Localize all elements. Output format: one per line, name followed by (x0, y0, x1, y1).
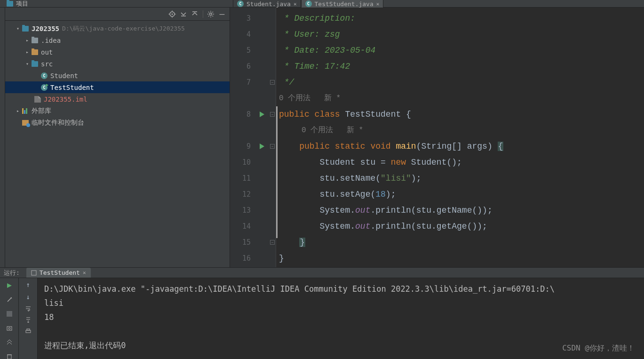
tree-label: src (39, 60, 53, 68)
line-number-gutter[interactable]: 3 4 5 6 7 8 9 10 11 12 13 14 15 16 (230, 8, 255, 267)
watermark: CSDN @你好，渣哇！ (562, 343, 635, 353)
scroll-button[interactable] (25, 317, 32, 323)
close-icon[interactable]: ✕ (294, 1, 297, 7)
tab-student[interactable]: C Student.java ✕ (233, 0, 301, 8)
console-line: 进程已结束,退出代码0 (44, 338, 637, 352)
fold-end-icon[interactable] (270, 240, 275, 245)
svg-rect-24 (26, 330, 31, 333)
editor[interactable]: 3 4 5 6 7 8 9 10 11 12 13 14 15 16 (230, 8, 644, 267)
run-tab[interactable]: TestStudent ✕ (26, 268, 91, 278)
dump-button[interactable] (5, 323, 14, 333)
line-number (230, 122, 255, 138)
tree-label: 外部库 (30, 107, 51, 115)
code-area[interactable]: * Description: * User: zsg * Date: 2023-… (276, 8, 644, 267)
code-text: * Time: 17:42 (279, 62, 350, 71)
class-icon: C (237, 0, 244, 7)
tab-teststudent[interactable]: C TestStudent.java ✕ (301, 0, 384, 8)
print-button[interactable] (25, 328, 32, 335)
line-number: 8 (230, 106, 255, 122)
line-number: 10 (230, 154, 255, 170)
class-icon: C (305, 0, 312, 7)
line-number: 4 (230, 26, 255, 42)
close-icon[interactable]: ✕ (83, 270, 86, 276)
project-tree[interactable]: ▾ J202355 D:\码云\java-code-exercise\J2023… (5, 21, 230, 267)
tree-path: D:\码云\java-code-exercise\J202355 (59, 24, 185, 33)
line-number: 13 (230, 202, 255, 218)
chevron-right-icon[interactable]: ▸ (24, 38, 31, 43)
folder-icon (22, 26, 29, 32)
down-button[interactable]: ↓ (26, 293, 30, 301)
line-number: 14 (230, 218, 255, 234)
chevron-right-icon[interactable]: ▸ (24, 49, 31, 55)
close-icon[interactable]: ✕ (376, 1, 380, 7)
svg-point-1 (172, 13, 173, 15)
chevron-down-icon[interactable]: ▾ (15, 26, 21, 31)
iml-icon (34, 96, 41, 103)
line-number: 7 (230, 74, 255, 90)
settings-button[interactable] (5, 295, 14, 304)
console-output[interactable]: D:\JDK\bin\java.exe "-javaagent:D:\IDEA\… (38, 278, 644, 359)
svg-rect-19 (7, 311, 12, 317)
tree-iml[interactable]: J202355.iml (5, 93, 230, 105)
line-number (230, 90, 255, 106)
code-text: * Date: 2023-05-04 (279, 46, 375, 55)
stop-button[interactable] (5, 309, 14, 319)
chevron-right-icon[interactable]: ▸ (15, 108, 21, 113)
up-button[interactable]: ↑ (26, 281, 30, 288)
divider (200, 8, 205, 20)
trash-button[interactable] (5, 351, 14, 359)
wrap-button[interactable] (25, 305, 32, 312)
run-toolbar-left (0, 278, 19, 359)
folder-icon (32, 61, 38, 67)
tree-label: 临时文件和控制台 (30, 119, 84, 127)
tab-label: TestStudent.java (315, 0, 374, 8)
left-gutter-bar[interactable] (0, 8, 5, 267)
layout-button[interactable] (5, 337, 14, 347)
run-class-icon[interactable] (260, 112, 264, 117)
line-number: 16 (230, 250, 255, 266)
chevron-down-icon[interactable]: ▾ (24, 61, 31, 66)
scratch-icon (22, 120, 29, 126)
line-number: 5 (230, 42, 255, 58)
expand-icon[interactable] (189, 8, 200, 20)
run-toolwindow: 运行: TestStudent ✕ ↑ ↓ D:\JDK\bin\java.ex… (0, 267, 644, 359)
tree-out[interactable]: ▸ out (5, 46, 230, 58)
library-icon (22, 108, 29, 114)
tree-scratch[interactable]: 临时文件和控制台 (5, 117, 230, 128)
run-config-icon (31, 270, 37, 276)
run-method-icon[interactable] (260, 144, 264, 149)
class-icon: C (41, 72, 48, 79)
rerun-button[interactable] (5, 281, 14, 290)
console-line: D:\JDK\bin\java.exe "-javaagent:D:\IDEA\… (44, 282, 637, 296)
svg-rect-20 (7, 327, 12, 330)
fold-start-icon[interactable] (270, 112, 275, 117)
tree-class-teststudent[interactable]: C TestStudent (5, 81, 230, 93)
tree-libs[interactable]: ▸ 外部库 (5, 105, 230, 117)
folder-icon (32, 38, 38, 43)
fold-end-icon[interactable] (270, 80, 275, 85)
svg-rect-17 (32, 271, 36, 275)
svg-rect-22 (8, 355, 11, 359)
inlay-hint[interactable]: 0 个用法 新 * (279, 122, 644, 138)
tree-label: J202355.iml (42, 96, 87, 103)
tree-class-student[interactable]: C Student (5, 70, 230, 81)
run-tab-label: TestStudent (40, 269, 80, 276)
tree-root[interactable]: ▾ J202355 D:\码云\java-code-exercise\J2023… (5, 23, 230, 34)
fold-gutter[interactable] (269, 8, 276, 267)
svg-line-15 (208, 16, 209, 16)
code-text: * User: zsg (279, 30, 340, 39)
collapse-icon[interactable] (178, 8, 189, 20)
tree-label: out (39, 48, 53, 56)
run-label: 运行: (4, 269, 24, 277)
tree-src[interactable]: ▾ src (5, 58, 230, 70)
line-number: 11 (230, 170, 255, 186)
locate-icon[interactable] (167, 8, 178, 20)
run-gutter[interactable] (255, 8, 269, 267)
fold-start-icon[interactable] (270, 144, 275, 149)
svg-line-14 (213, 16, 214, 16)
run-toolbar-left2: ↑ ↓ (19, 278, 38, 359)
inlay-hint[interactable]: 0 个用法 新 * (279, 90, 644, 106)
gear-icon[interactable] (205, 8, 216, 20)
hide-icon[interactable]: — (216, 8, 228, 20)
tree-idea[interactable]: ▸ .idea (5, 34, 230, 46)
